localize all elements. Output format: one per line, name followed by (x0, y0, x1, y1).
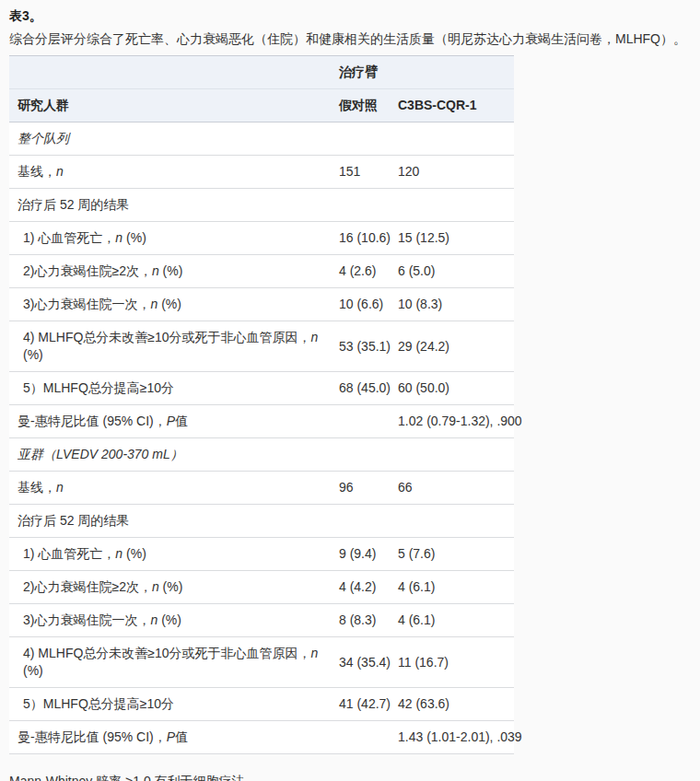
table-header: 治疗臂 研究人群 假对照 C3BS-CQR-1 (9, 56, 514, 122)
column-header-row: 研究人群 假对照 C3BS-CQR-1 (9, 89, 514, 122)
c3bs-value-cell: 120 (398, 156, 514, 189)
sham-value-cell: 68 (45.0) (339, 372, 398, 405)
c3bs-value-cell: 4 (6.1) (398, 604, 514, 637)
sham-value-cell: 96 (339, 472, 398, 505)
table-row: 5）MLHFQ总分提高≥10分 68 (45.0) 60 (50.0) (9, 372, 514, 405)
row-label-text: 整个队列 (18, 131, 69, 146)
row-label-suffix: (%) (159, 579, 183, 594)
c3bs-value-cell: 1.02 (0.79-1.32), .900 (398, 405, 514, 438)
row-label: 治疗后 52 周的结果 (9, 505, 339, 538)
row-label: 基线，n (9, 472, 339, 505)
table-row: 治疗后 52 周的结果 (9, 189, 514, 222)
table-row: 5）MLHFQ总分提高≥10分 41 (42.7) 42 (63.6) (9, 688, 514, 721)
c3bs-value-cell: 10 (8.3) (398, 288, 514, 321)
row-label-text: 1) 心血管死亡， (23, 546, 115, 561)
row-label-text: 曼-惠特尼比值 (95% CI)， (18, 414, 167, 428)
footnotes: Mann-Whitney 赔率 >1.0 有利于细胞疗法。 缩写：CI：置信区间… (9, 771, 691, 781)
row-label: 1) 心血管死亡，n (%) (9, 222, 339, 255)
row-label: 2)心力衰竭住院≥2次，n (%) (9, 571, 339, 604)
document: 表3。 综合分层评分综合了死亡率、心力衰竭恶化（住院）和健康相关的生活质量（明尼… (0, 0, 700, 781)
row-label-text: 4) MLHFQ总分未改善≥10分或死于非心血管原因， (23, 330, 311, 344)
table-row: 曼-惠特尼比值 (95% CI)，P值 1.43 (1.01-2.01), .0… (9, 721, 514, 754)
row-label-text: 治疗后 52 周的结果 (18, 197, 129, 212)
table-body: 整个队列 基线，n 151 120 治疗后 52 周的结果 1) 心血管死亡，n… (9, 122, 514, 754)
row-label-suffix: (%) (122, 546, 146, 561)
c3bs-value-cell: 60 (50.0) (398, 372, 514, 405)
row-label-italic: n (115, 230, 122, 245)
c3bs-value-cell: 6 (5.0) (398, 255, 514, 288)
empty-header-cell (9, 56, 339, 89)
row-label-suffix: (%) (122, 230, 146, 245)
page-subtitle: 综合分层评分综合了死亡率、心力衰竭恶化（住院）和健康相关的生活质量（明尼苏达心力… (9, 29, 691, 48)
row-label: 曼-惠特尼比值 (95% CI)，P值 (9, 721, 339, 754)
row-label-italic: n (56, 164, 64, 179)
c3bs-value-cell: 1.43 (1.01-2.01), .039 (398, 721, 514, 754)
table-row: 亚群（LVEDV 200-370 mL） (9, 438, 514, 472)
row-label-text: 2)心力衰竭住院≥2次， (23, 263, 152, 278)
table-row: 治疗后 52 周的结果 (9, 505, 514, 538)
c3bs-value-cell: 11 (16.7) (398, 637, 514, 688)
table-row: 基线，n 96 66 (9, 472, 514, 505)
row-label-italic: P (167, 414, 175, 428)
sham-value-cell: 4 (2.6) (339, 255, 398, 288)
row-label: 基线，n (9, 156, 339, 189)
sham-value-cell: 53 (35.1) (339, 321, 398, 372)
row-label-italic: P (167, 729, 175, 744)
c3bs-value-cell (398, 438, 514, 472)
row-label: 4) MLHFQ总分未改善≥10分或死于非心血管原因，n (%) (9, 321, 339, 372)
row-label-italic: n (115, 546, 122, 561)
sham-value-cell (339, 721, 398, 754)
footnote-mann-whitney: Mann-Whitney 赔率 >1.0 有利于细胞疗法。 (9, 771, 691, 781)
row-label-suffix: (%) (158, 297, 181, 311)
sham-value-cell: 4 (4.2) (339, 571, 398, 604)
row-label: 5）MLHFQ总分提高≥10分 (9, 688, 339, 721)
sham-value-cell (339, 405, 398, 438)
row-label-text: 5）MLHFQ总分提高≥10分 (23, 696, 174, 711)
sham-column-header: 假对照 (339, 89, 398, 122)
row-label-suffix: (%) (23, 663, 43, 678)
table-row: 4) MLHFQ总分未改善≥10分或死于非心血管原因，n (%) 34 (35.… (9, 637, 514, 688)
row-label-text: 3)心力衰竭住院一次， (23, 297, 150, 311)
c3bs-value-cell: 66 (398, 472, 514, 505)
row-label-text: 基线， (18, 164, 56, 179)
c3bs-value-cell: 4 (6.1) (398, 571, 514, 604)
table-row: 1) 心血管死亡，n (%) 16 (10.6) 15 (12.5) (9, 222, 514, 255)
c3bs-value-cell (398, 505, 514, 538)
sham-value-cell: 41 (42.7) (339, 688, 398, 721)
treatment-arm-row: 治疗臂 (9, 56, 514, 89)
sham-value-cell (339, 438, 398, 472)
c3bs-value-cell: 29 (24.2) (398, 321, 514, 372)
row-label: 整个队列 (9, 122, 339, 156)
row-label: 5）MLHFQ总分提高≥10分 (9, 372, 339, 405)
row-label-text: 治疗后 52 周的结果 (18, 513, 129, 528)
table-row: 4) MLHFQ总分未改善≥10分或死于非心血管原因，n (%) 53 (35.… (9, 321, 514, 372)
table-row: 基线，n 151 120 (9, 156, 514, 189)
sham-value-cell (339, 122, 398, 156)
results-table: 治疗臂 研究人群 假对照 C3BS-CQR-1 整个队列 基线，n 151 12… (9, 55, 514, 754)
row-label-suffix: (%) (23, 347, 43, 362)
sham-value-cell: 16 (10.6) (339, 222, 398, 255)
sham-value-cell (339, 189, 398, 222)
row-label: 2)心力衰竭住院≥2次，n (%) (9, 255, 339, 288)
c3bs-value-cell (398, 122, 514, 156)
c3bs-value-cell: 5 (7.6) (398, 538, 514, 571)
table-row: 曼-惠特尼比值 (95% CI)，P值 1.02 (0.79-1.32), .9… (9, 405, 514, 438)
row-label-suffix: (%) (158, 612, 181, 627)
row-label-italic: n (56, 480, 64, 495)
c3bs-value-cell (398, 189, 514, 222)
row-label-text: 4) MLHFQ总分未改善≥10分或死于非心血管原因， (23, 646, 311, 660)
row-label-italic: n (311, 646, 319, 660)
table-row: 3)心力衰竭住院一次，n (%) 10 (6.6) 10 (8.3) (9, 288, 514, 321)
c3bs-column-header: C3BS-CQR-1 (398, 89, 514, 122)
row-label-suffix: 值 (175, 414, 188, 428)
row-label-text: 5）MLHFQ总分提高≥10分 (23, 380, 174, 395)
c3bs-value-cell: 15 (12.5) (398, 222, 514, 255)
row-label-italic: n (311, 330, 319, 344)
c3bs-value-cell: 42 (63.6) (398, 688, 514, 721)
row-label-text: 基线， (18, 480, 56, 495)
row-label-italic: n (152, 579, 159, 594)
row-label-text: 曼-惠特尼比值 (95% CI)， (18, 729, 167, 744)
table-row: 1) 心血管死亡，n (%) 9 (9.4) 5 (7.6) (9, 538, 514, 571)
row-label-text: 2)心力衰竭住院≥2次， (23, 579, 152, 594)
sham-value-cell (339, 505, 398, 538)
